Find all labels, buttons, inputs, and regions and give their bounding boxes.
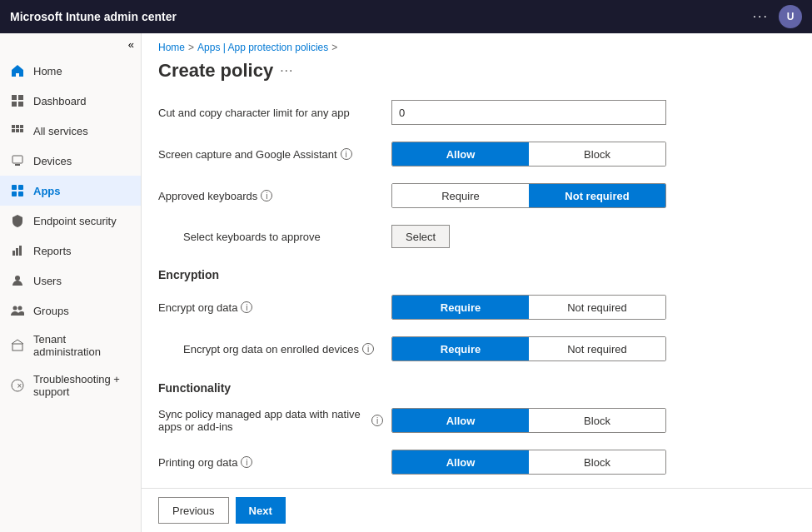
avatar[interactable]: U bbox=[779, 5, 802, 28]
encrypt-enrolled-info-icon[interactable]: i bbox=[362, 343, 374, 355]
svg-rect-9 bbox=[20, 129, 23, 132]
approved-keyboards-not-required-btn[interactable]: Not required bbox=[529, 184, 665, 207]
home-icon bbox=[10, 63, 25, 78]
printing-allow-btn[interactable]: Allow bbox=[392, 450, 529, 474]
svg-rect-5 bbox=[16, 125, 19, 128]
encrypt-enrolled-require-btn[interactable]: Require bbox=[392, 337, 529, 360]
sync-block-btn[interactable]: Block bbox=[529, 409, 665, 432]
sidebar-item-apps[interactable]: Apps bbox=[0, 176, 141, 206]
sidebar-item-troubleshooting[interactable]: × Troubleshooting + support bbox=[0, 365, 141, 405]
tenant-icon bbox=[10, 338, 25, 353]
sidebar-item-groups[interactable]: Groups bbox=[0, 296, 141, 326]
sync-allow-btn[interactable]: Allow bbox=[392, 409, 529, 432]
encrypt-enrolled-row: Encrypt org data on enrolled devices i R… bbox=[158, 328, 795, 370]
breadcrumb-sep2: > bbox=[331, 42, 337, 53]
sidebar-item-reports[interactable]: Reports bbox=[0, 236, 141, 266]
encrypt-enrolled-not-required-btn[interactable]: Not required bbox=[529, 337, 665, 360]
select-keyboards-row: Select keyboards to approve Select bbox=[158, 216, 795, 256]
apps-icon bbox=[10, 183, 25, 198]
breadcrumb: Home > Apps | App protection policies > bbox=[142, 33, 812, 57]
sidebar: « Home Dashboard All services bbox=[0, 33, 142, 532]
svg-rect-12 bbox=[12, 185, 17, 190]
breadcrumb-home[interactable]: Home bbox=[158, 42, 185, 53]
svg-point-20 bbox=[13, 306, 17, 311]
encrypt-not-required-btn[interactable]: Not required bbox=[529, 296, 665, 319]
printing-control: Allow Block bbox=[391, 450, 795, 475]
svg-rect-18 bbox=[19, 246, 22, 256]
encrypt-org-data-row: Encrypt org data i Require Not required bbox=[158, 286, 795, 328]
sidebar-item-endpoint-security[interactable]: Endpoint security bbox=[0, 206, 141, 236]
svg-rect-2 bbox=[12, 102, 17, 107]
sync-policy-info-icon[interactable]: i bbox=[371, 415, 383, 426]
page-header: Create policy ··· bbox=[142, 57, 812, 92]
functionality-section-header: Functionality bbox=[158, 370, 795, 400]
topbar-right: ··· U bbox=[753, 5, 802, 28]
screen-capture-label: Screen capture and Google Assistant i bbox=[158, 148, 391, 161]
approved-keyboards-require-btn[interactable]: Require bbox=[392, 184, 529, 207]
cut-copy-row: Cut and copy character limit for any app bbox=[158, 92, 795, 133]
printing-block-btn[interactable]: Block bbox=[529, 450, 665, 474]
screen-capture-allow-btn[interactable]: Allow bbox=[392, 142, 529, 166]
svg-rect-16 bbox=[12, 251, 15, 256]
svg-rect-10 bbox=[12, 156, 22, 163]
printing-row: Printing org data i Allow Block bbox=[158, 441, 795, 483]
svg-rect-6 bbox=[20, 125, 23, 128]
encrypt-require-btn[interactable]: Require bbox=[392, 296, 529, 319]
approved-keyboards-toggle: Require Not required bbox=[391, 183, 666, 208]
encrypt-org-data-control: Require Not required bbox=[391, 295, 795, 320]
topbar: Microsoft Intune admin center ··· U bbox=[0, 0, 812, 33]
breadcrumb-sep1: > bbox=[188, 42, 194, 53]
approved-keyboards-row: Approved keyboards i Require Not require… bbox=[158, 175, 795, 216]
cut-copy-input[interactable] bbox=[391, 100, 666, 125]
page-header-menu-icon[interactable]: ··· bbox=[280, 63, 293, 78]
approved-keyboards-control: Require Not required bbox=[391, 183, 795, 208]
shield-icon bbox=[10, 213, 25, 228]
dashboard-icon bbox=[10, 93, 25, 108]
sidebar-collapse-btn[interactable]: « bbox=[0, 33, 141, 56]
svg-rect-22 bbox=[12, 344, 22, 351]
sync-policy-label: Sync policy managed app data with native… bbox=[158, 408, 391, 433]
screen-capture-row: Screen capture and Google Assistant i Al… bbox=[158, 133, 795, 175]
screen-capture-info-icon[interactable]: i bbox=[341, 148, 352, 160]
svg-rect-11 bbox=[15, 164, 20, 166]
screen-capture-block-btn[interactable]: Block bbox=[529, 142, 665, 166]
footer: Previous Next bbox=[142, 488, 812, 532]
grid-icon bbox=[10, 123, 25, 138]
sidebar-item-all-services[interactable]: All services bbox=[0, 116, 141, 146]
cut-copy-label: Cut and copy character limit for any app bbox=[158, 107, 391, 119]
svg-rect-8 bbox=[16, 129, 19, 132]
svg-rect-0 bbox=[12, 95, 17, 100]
user-icon bbox=[10, 273, 25, 288]
approved-keyboards-info-icon[interactable]: i bbox=[261, 190, 272, 201]
screen-capture-control: Allow Block bbox=[391, 142, 795, 167]
printing-toggle: Allow Block bbox=[391, 450, 666, 475]
svg-point-19 bbox=[15, 276, 20, 281]
encrypt-org-data-toggle: Require Not required bbox=[391, 295, 666, 320]
reports-icon bbox=[10, 243, 25, 258]
breadcrumb-apps[interactable]: Apps | App protection policies bbox=[197, 42, 328, 53]
svg-rect-14 bbox=[12, 191, 17, 196]
encrypt-enrolled-control: Require Not required bbox=[391, 336, 795, 361]
select-keyboards-label: Select keyboards to approve bbox=[158, 231, 391, 243]
select-keyboards-btn[interactable]: Select bbox=[391, 225, 450, 248]
app-title: Microsoft Intune admin center bbox=[10, 10, 177, 23]
next-button[interactable]: Next bbox=[236, 497, 286, 524]
sync-policy-toggle: Allow Block bbox=[391, 408, 666, 433]
previous-button[interactable]: Previous bbox=[158, 497, 229, 524]
topbar-menu-icon[interactable]: ··· bbox=[753, 9, 769, 24]
sidebar-item-users[interactable]: Users bbox=[0, 266, 141, 296]
main-content: Home > Apps | App protection policies > … bbox=[142, 33, 812, 532]
svg-point-21 bbox=[18, 306, 22, 311]
select-keyboards-control: Select bbox=[391, 225, 795, 248]
sidebar-item-devices[interactable]: Devices bbox=[0, 146, 141, 176]
troubleshoot-icon: × bbox=[10, 378, 25, 393]
sidebar-item-home[interactable]: Home bbox=[0, 56, 141, 86]
svg-rect-4 bbox=[12, 125, 15, 128]
sidebar-item-tenant-admin[interactable]: Tenant administration bbox=[0, 326, 141, 365]
encrypt-enrolled-toggle: Require Not required bbox=[391, 336, 666, 361]
encrypt-org-data-info-icon[interactable]: i bbox=[241, 301, 252, 313]
sidebar-item-dashboard[interactable]: Dashboard bbox=[0, 86, 141, 116]
svg-text:×: × bbox=[17, 381, 22, 390]
sync-policy-control: Allow Block bbox=[391, 408, 795, 433]
printing-info-icon[interactable]: i bbox=[241, 456, 252, 468]
